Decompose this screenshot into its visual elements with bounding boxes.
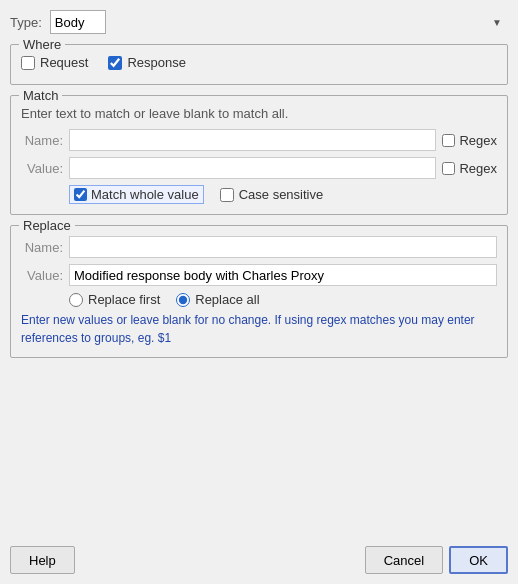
- replace-fieldset: Replace Name: Value: Replace first Repla…: [10, 225, 508, 358]
- match-whole-value-checkbox[interactable]: [74, 188, 87, 201]
- replace-content: Name: Value: Replace first Replace all E…: [21, 232, 497, 347]
- replace-name-input[interactable]: [69, 236, 497, 258]
- where-legend: Where: [19, 37, 65, 52]
- request-label: Request: [40, 55, 88, 70]
- where-fieldset: Where Request Response: [10, 44, 508, 85]
- replace-name-row: Name:: [21, 236, 497, 258]
- type-select-wrapper[interactable]: Body: [50, 10, 508, 34]
- type-select[interactable]: Body: [50, 10, 106, 34]
- match-name-regex-label: Regex: [459, 133, 497, 148]
- match-fieldset: Match Enter text to match or leave blank…: [10, 95, 508, 215]
- where-content: Request Response: [21, 51, 497, 70]
- replace-info-text: Enter new values or leave blank for no c…: [21, 311, 497, 347]
- replace-value-label: Value:: [21, 268, 63, 283]
- response-checkbox-item[interactable]: Response: [108, 55, 186, 70]
- case-sensitive-item[interactable]: Case sensitive: [220, 187, 324, 202]
- match-name-input[interactable]: [69, 129, 436, 151]
- response-checkbox[interactable]: [108, 56, 122, 70]
- replace-value-row: Value:: [21, 264, 497, 286]
- cancel-button[interactable]: Cancel: [365, 546, 443, 574]
- match-value-regex-item[interactable]: Regex: [442, 161, 497, 176]
- case-sensitive-label: Case sensitive: [239, 187, 324, 202]
- match-legend: Match: [19, 88, 62, 103]
- replace-all-radio[interactable]: [176, 293, 190, 307]
- replace-name-label: Name:: [21, 240, 63, 255]
- response-label: Response: [127, 55, 186, 70]
- match-whole-value-item[interactable]: Match whole value: [69, 185, 204, 204]
- help-button[interactable]: Help: [10, 546, 75, 574]
- replace-value-input[interactable]: [69, 264, 497, 286]
- button-row: Help Cancel OK: [10, 536, 508, 574]
- match-value-regex-checkbox[interactable]: [442, 162, 455, 175]
- case-sensitive-checkbox[interactable]: [220, 188, 234, 202]
- request-checkbox[interactable]: [21, 56, 35, 70]
- ok-button[interactable]: OK: [449, 546, 508, 574]
- match-name-regex-item[interactable]: Regex: [442, 133, 497, 148]
- match-content: Enter text to match or leave blank to ma…: [21, 102, 497, 204]
- replace-options-row: Replace first Replace all: [69, 292, 497, 307]
- match-value-label: Value:: [21, 161, 63, 176]
- replace-all-label: Replace all: [195, 292, 259, 307]
- match-options-row: Match whole value Case sensitive: [69, 185, 497, 204]
- match-name-row: Name: Regex: [21, 129, 497, 151]
- match-value-regex-label: Regex: [459, 161, 497, 176]
- match-name-label: Name:: [21, 133, 63, 148]
- replace-first-item[interactable]: Replace first: [69, 292, 160, 307]
- replace-first-radio[interactable]: [69, 293, 83, 307]
- match-value-input[interactable]: [69, 157, 436, 179]
- replace-legend: Replace: [19, 218, 75, 233]
- replace-all-item[interactable]: Replace all: [176, 292, 259, 307]
- match-name-regex-checkbox[interactable]: [442, 134, 455, 147]
- btn-right-group: Cancel OK: [365, 546, 508, 574]
- type-label: Type:: [10, 15, 42, 30]
- request-checkbox-item[interactable]: Request: [21, 55, 88, 70]
- match-value-row: Value: Regex: [21, 157, 497, 179]
- match-hint: Enter text to match or leave blank to ma…: [21, 106, 497, 121]
- replace-first-label: Replace first: [88, 292, 160, 307]
- type-row: Type: Body: [10, 10, 508, 34]
- match-whole-value-label: Match whole value: [91, 187, 199, 202]
- where-checkbox-row: Request Response: [21, 55, 497, 70]
